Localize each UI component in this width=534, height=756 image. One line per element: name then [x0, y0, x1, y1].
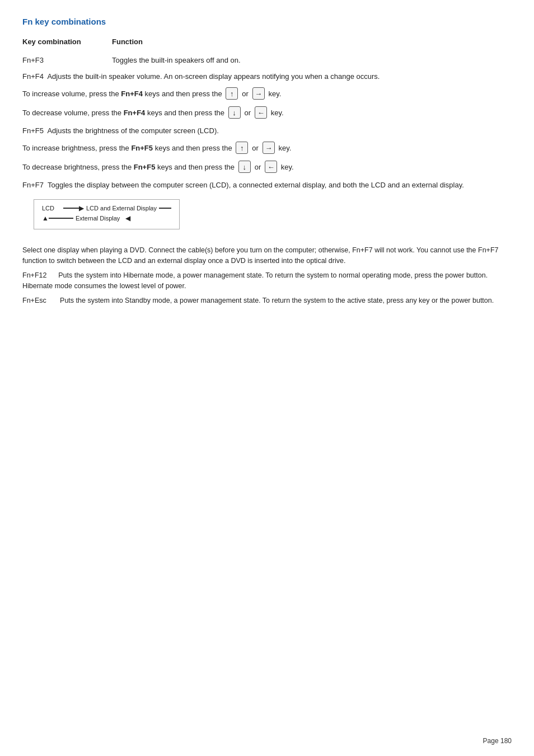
- fn-f5-decrease-text: To decrease brightness, press the Fn+F5 …: [22, 163, 235, 171]
- fn-f5-section: Fn+F5 Adjusts the brightness of the comp…: [22, 126, 512, 173]
- down-arrow-icon-2: ↓: [238, 161, 251, 173]
- header-row: Key combination Function: [22, 37, 512, 46]
- lcd-diagram: LCD ▶ LCD and External Display ▲ Externa…: [34, 199, 180, 229]
- fn-f12-row: Fn+F12 Puts the system into Hibernate mo…: [22, 270, 512, 292]
- key-text-2: key.: [271, 109, 284, 117]
- key-text-3: key.: [279, 144, 292, 152]
- or-text-4: or: [255, 163, 261, 171]
- fn-f4-decrease-row: To decrease volume, press the Fn+F4 keys…: [22, 106, 512, 119]
- right-arrow-icon-2: →: [263, 142, 275, 154]
- fn-f5-description: Adjusts the brightness of the computer s…: [47, 126, 218, 135]
- arrow-up-diag: ▲: [42, 214, 49, 222]
- fn-esc-row: Fn+Esc Puts the system into Standby mode…: [22, 295, 512, 306]
- fn-f4-decrease-text: To decrease volume, press the Fn+F4 keys…: [22, 109, 224, 117]
- lcd-and-ext-label: LCD and External Display: [86, 205, 157, 212]
- or-text-1: or: [242, 90, 249, 98]
- arrow-left-diag: ◀: [125, 214, 130, 222]
- select-dvd-content: Select one display when playing a DVD. C…: [22, 246, 498, 265]
- ext-display-label: External Display: [76, 215, 120, 222]
- fn-f3-row: Fn+F3 Toggles the built-in speakers off …: [22, 56, 512, 64]
- fn-f3-description: Toggles the built-in speakers off and on…: [112, 56, 512, 64]
- up-arrow-icon: ↑: [226, 87, 238, 100]
- fn-f5-key: Fn+F5: [22, 126, 47, 135]
- fn-f3-section: Fn+F3 Toggles the built-in speakers off …: [22, 56, 512, 64]
- down-arrow-icon-1: ↓: [228, 106, 241, 119]
- fn-f7-section: Fn+F7 Toggles the display between the co…: [22, 181, 512, 237]
- fn-f4-section: Fn+F4 Adjusts the built-in speaker volum…: [22, 72, 512, 119]
- right-arrow-icon: →: [252, 87, 265, 100]
- page-title: Fn key combinations: [22, 17, 512, 26]
- fn-f12-key: Fn+F12: [22, 271, 58, 279]
- or-text-3: or: [252, 144, 259, 152]
- page-number: Page 180: [483, 737, 512, 745]
- fn-f4-increase-row: To increase volume, press the Fn+F4 keys…: [22, 87, 512, 100]
- fn-esc-key: Fn+Esc: [22, 297, 60, 304]
- fn-f7-key: Fn+F7: [22, 181, 48, 189]
- arrow-right-1: ▶: [79, 204, 84, 212]
- select-dvd-text: Select one display when playing a DVD. C…: [22, 245, 512, 267]
- header-function: Function: [112, 37, 143, 46]
- key-text-1: key.: [268, 90, 281, 98]
- or-text-2: or: [245, 109, 251, 117]
- fn-f3-key: Fn+F3: [22, 56, 112, 64]
- line-3: [49, 218, 73, 219]
- lcd-diagram-row1: LCD ▶ LCD and External Display: [42, 204, 171, 212]
- fn-f5-increase-row: To increase brightness, press the Fn+F5 …: [22, 142, 512, 154]
- fn-f4-increase-text: To increase volume, press the Fn+F4 keys…: [22, 90, 222, 98]
- left-arrow-icon-2: ←: [265, 161, 277, 173]
- fn-f4-desc-row: Fn+F4 Adjusts the built-in speaker volum…: [22, 72, 512, 81]
- fn-f5-increase-text: To increase brightness, press the Fn+F5 …: [22, 144, 232, 152]
- fn-f4-description: Adjusts the built-in speaker volume. An …: [47, 72, 380, 81]
- fn-f5-desc-row: Fn+F5 Adjusts the brightness of the comp…: [22, 126, 512, 135]
- fn-esc-description: Puts the system into Standby mode, a pow…: [60, 297, 494, 304]
- fn-f7-desc-row: Fn+F7 Toggles the display between the co…: [22, 181, 512, 189]
- key-text-4: key.: [281, 163, 294, 171]
- fn-f7-description: Toggles the display between the computer…: [48, 181, 464, 189]
- lcd-label: LCD: [42, 205, 63, 212]
- lcd-diagram-row2: ▲ External Display ◀: [42, 214, 171, 222]
- up-arrow-icon-2: ↑: [236, 142, 248, 154]
- header-key-combination: Key combination: [22, 37, 112, 46]
- fn-f12-description: Puts the system into Hibernate mode, a p…: [22, 271, 488, 290]
- line-1: [63, 208, 79, 209]
- fn-f5-decrease-row: To decrease brightness, press the Fn+F5 …: [22, 161, 512, 173]
- left-arrow-icon-1: ←: [255, 106, 267, 119]
- line-2: [159, 208, 171, 209]
- fn-f4-key: Fn+F4: [22, 72, 47, 81]
